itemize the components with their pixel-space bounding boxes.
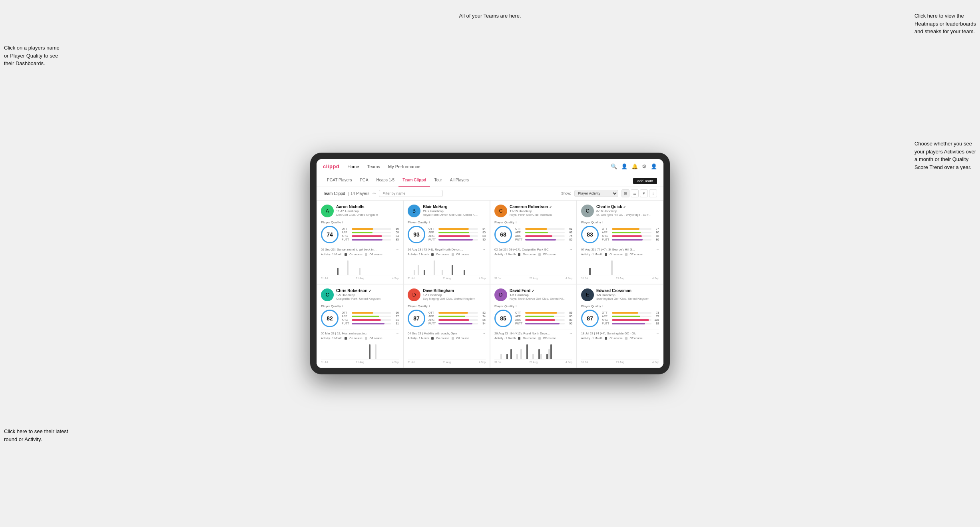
- grid-view-icon[interactable]: ⊞: [621, 189, 629, 197]
- player-card-6[interactable]: D David Ford ✓ 1-5 Handicap Royal North …: [490, 284, 577, 368]
- player-card-5[interactable]: D Dave Billingham 1-5 Handicap Sog Magin…: [403, 284, 490, 368]
- player-name[interactable]: Blair McHarg: [423, 205, 486, 209]
- toolbar: Team Clippd | 14 Players ✏ Show: Player …: [317, 187, 663, 200]
- tab-tour[interactable]: Tour: [430, 174, 446, 187]
- player-handicap: 1-5 Handicap: [423, 293, 486, 297]
- player-card-2[interactable]: C Cameron Robertson ✓ 11-15 Handicap Roy…: [490, 200, 577, 284]
- search-icon[interactable]: 🔍: [611, 163, 617, 169]
- nav-teams[interactable]: Teams: [367, 164, 380, 169]
- chart-labels: 31 Jul 21 Aug 4 Sep: [494, 277, 572, 280]
- round-arrow: →: [482, 332, 486, 335]
- player-header: C Charlie Quick ✓ 6-10 Handicap St. Geor…: [581, 205, 659, 217]
- edit-icon[interactable]: ✏: [372, 191, 376, 196]
- tab-pga[interactable]: PGA: [356, 174, 372, 187]
- quality-score[interactable]: 93: [408, 226, 425, 243]
- tab-pgat[interactable]: PGAT Players: [323, 174, 356, 187]
- settings-icon[interactable]: ⚙: [642, 163, 647, 169]
- quality-stats: OTT 82 APP 74 ARG 85 PUTT 94: [428, 311, 486, 326]
- player-grid: A Aaron Nicholls 11-15 Handicap Drift Go…: [317, 200, 663, 368]
- player-avatar: B: [408, 205, 420, 217]
- bell-icon[interactable]: 🔔: [631, 163, 638, 169]
- latest-round[interactable]: 04 Sep 23 | Mobility with coach, Gym →: [408, 330, 486, 335]
- filter-icon[interactable]: ▼: [640, 189, 648, 197]
- quality-stats: OTT 60 APP 77 ARG 81 PUTT 91: [342, 311, 399, 326]
- on-course-dot: [345, 253, 347, 256]
- quality-stats: OTT 77 APP 80 ARG 83 PUTT 86: [602, 227, 659, 242]
- sub-nav: PGAT Players PGA Hcaps 1-5 Team Clippd T…: [317, 174, 663, 187]
- annotation-left2: Click here to see their latestround or A…: [4, 428, 68, 443]
- player-avatar: A: [321, 205, 334, 217]
- quality-stats: OTT 73 APP 79 ARG 103 PUTT 92: [602, 311, 659, 326]
- tab-all-players[interactable]: All Players: [446, 174, 473, 187]
- player-name[interactable]: Aaron Nicholls: [336, 205, 399, 209]
- player-card-1[interactable]: B Blair McHarg Plus Handicap Royal North…: [403, 200, 490, 284]
- player-card-7[interactable]: E Edward Crossman 1-5 Handicap Sunningda…: [577, 284, 663, 368]
- player-name[interactable]: David Ford ✓: [510, 288, 572, 293]
- chart-area: [321, 341, 399, 360]
- quality-score[interactable]: 68: [494, 226, 512, 243]
- player-handicap: 1-5 Handicap: [336, 293, 399, 297]
- list-view-icon[interactable]: ☰: [631, 189, 639, 197]
- off-course-dot: [538, 253, 541, 256]
- latest-round[interactable]: 05 Mar 23 | 19, Must make putting →: [321, 330, 399, 335]
- latest-round[interactable]: 26 Aug 23 | 84 (+12), Royal North Devon …: [494, 330, 572, 335]
- tab-team-clippd[interactable]: Team Clippd: [398, 174, 430, 187]
- off-course-label: Off course: [456, 253, 469, 256]
- player-card-3[interactable]: C Charlie Quick ✓ 6-10 Handicap St. Geor…: [577, 200, 663, 284]
- chart-area: [494, 341, 572, 360]
- user-icon[interactable]: 👤: [621, 163, 627, 169]
- on-course-label: On course: [349, 337, 362, 340]
- player-name[interactable]: Edward Crossman: [596, 288, 659, 293]
- player-club: Royal North Devon Golf Club, United Kil.…: [510, 297, 566, 301]
- nav-home[interactable]: Home: [347, 164, 359, 169]
- activity-section: Activity · 1 Month On course Off course …: [408, 253, 486, 280]
- show-select[interactable]: Player Activity Quality Score Trend: [574, 190, 618, 197]
- player-name[interactable]: Charlie Quick ✓: [596, 205, 659, 209]
- activity-label: Activity · 1 Month: [581, 253, 602, 256]
- latest-round[interactable]: 07 Aug 23 | 77 (+7), St George's Hill GC…: [581, 246, 659, 251]
- quality-label: Player Quality ℹ: [494, 304, 572, 308]
- off-course-label: Off course: [543, 337, 556, 340]
- on-course-label: On course: [523, 253, 536, 256]
- player-name[interactable]: Chris Robertson ✓: [336, 288, 399, 293]
- chart-labels: 31 Jul 21 Aug 4 Sep: [408, 361, 486, 364]
- team-label: Team Clippd: [323, 191, 345, 196]
- round-text: 02 Sep 23 | Sunset round to get back int…: [321, 248, 377, 251]
- quality-score[interactable]: 74: [321, 226, 339, 243]
- quality-score[interactable]: 83: [581, 226, 599, 243]
- latest-round[interactable]: 18 Jul 23 | 74 (+4), Sunningdale GC - Ol…: [581, 330, 659, 335]
- avatar-nav[interactable]: 👤: [651, 163, 657, 169]
- player-card-4[interactable]: C Chris Robertson ✓ 1-5 Handicap Craigmi…: [317, 284, 403, 368]
- off-course-label: Off course: [543, 253, 556, 256]
- latest-round[interactable]: 02 Jul 23 | 59 (+17), Craigmillar Park G…: [494, 246, 572, 251]
- on-course-dot: [605, 253, 607, 256]
- on-course-dot: [518, 337, 520, 340]
- round-text: 18 Jul 23 | 74 (+4), Sunningdale GC - Ol…: [581, 332, 637, 335]
- player-avatar: C: [581, 205, 594, 217]
- on-course-label: On course: [436, 253, 449, 256]
- player-club: Drift Golf Club, United Kingdom: [336, 213, 392, 217]
- tab-hcaps[interactable]: Hcaps 1-5: [372, 174, 399, 187]
- nav-my-performance[interactable]: My Performance: [388, 164, 420, 169]
- search-input[interactable]: [379, 190, 443, 197]
- quality-score[interactable]: 85: [494, 310, 512, 327]
- player-club: Sog Maging Golf Club, United Kingdom: [423, 297, 479, 301]
- player-avatar: E: [581, 288, 594, 301]
- latest-round[interactable]: 02 Sep 23 | Sunset round to get back int…: [321, 246, 399, 251]
- latest-round[interactable]: 26 Aug 23 | 73 (+1), Royal North Devon G…: [408, 246, 486, 251]
- quality-score[interactable]: 87: [408, 310, 425, 327]
- player-card-0[interactable]: A Aaron Nicholls 11-15 Handicap Drift Go…: [317, 200, 403, 284]
- quality-label: Player Quality ℹ: [408, 304, 486, 308]
- player-name[interactable]: Dave Billingham: [423, 288, 486, 293]
- player-name[interactable]: Cameron Robertson ✓: [510, 205, 572, 209]
- quality-score[interactable]: 82: [321, 310, 339, 327]
- quality-label: Player Quality ℹ: [581, 221, 659, 224]
- on-course-label: On course: [610, 337, 622, 340]
- add-team-button[interactable]: Add Team: [633, 178, 657, 184]
- sort-icon[interactable]: ↕: [649, 189, 657, 197]
- round-arrow: →: [396, 248, 399, 251]
- player-handicap: 6-10 Handicap: [596, 209, 659, 213]
- quality-score[interactable]: 87: [581, 310, 599, 327]
- round-arrow: →: [396, 332, 399, 335]
- activity-label: Activity · 1 Month: [408, 253, 429, 256]
